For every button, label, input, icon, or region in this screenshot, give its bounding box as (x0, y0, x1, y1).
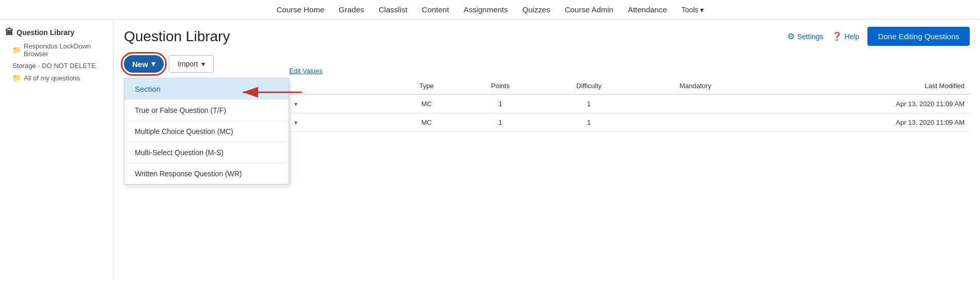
row2-mandatory (638, 113, 753, 132)
page-title: Question Library (124, 28, 230, 45)
dropdown-section-label: Section (135, 85, 161, 93)
row2-difficulty: 1 (540, 113, 638, 132)
nav-grades[interactable]: Grades (339, 5, 364, 14)
import-button[interactable]: Import ▾ (169, 55, 214, 73)
nav-quizzes[interactable]: Quizzes (523, 5, 550, 14)
settings-link[interactable]: ⚙ Settings (787, 31, 824, 41)
gear-icon: ⚙ (787, 31, 795, 41)
row1-mandatory (638, 94, 753, 113)
library-icon: 🏛 (5, 28, 13, 37)
content-area: Question Library ⚙ Settings ❓ Help Done … (114, 20, 980, 279)
row2-points: 1 (461, 113, 540, 132)
nav-course-home[interactable]: Course Home (276, 5, 324, 14)
new-dropdown-container: New ▾ Section True or False Question (T/… (124, 55, 164, 73)
settings-label: Settings (797, 32, 824, 41)
table-area: Edit Values Type Points Difficulty Manda… (279, 66, 980, 132)
dropdown-true-false-label: True or False Question (T/F) (135, 106, 226, 114)
dropdown-item-true-false[interactable]: True or False Question (T/F) (124, 100, 289, 121)
nav-course-admin[interactable]: Course Admin (565, 5, 613, 14)
row2-last-modified: Apr 13, 2020 11:09 AM (753, 113, 970, 132)
nav-assignments[interactable]: Assignments (464, 5, 508, 14)
dropdown-item-written-response[interactable]: Written Response Question (WR) (124, 163, 289, 184)
nav-tools[interactable]: Tools ▾ (682, 6, 704, 14)
dropdown-mc-label: Multiple Choice Question (MC) (135, 127, 233, 136)
col-header-difficulty: Difficulty (540, 78, 638, 94)
col-header-last-modified: Last Modified (753, 78, 970, 94)
help-icon: ❓ (832, 31, 842, 41)
sidebar: 🏛 Question Library 📁 Respondus LockDown … (0, 20, 114, 279)
dropdown-item-mc[interactable]: Multiple Choice Question (MC) (124, 121, 289, 142)
nav-content[interactable]: Content (422, 5, 449, 14)
sidebar-item-all-questions[interactable]: 📁 All of my questions (0, 72, 113, 84)
folder-icon-all-questions: 📁 (12, 74, 21, 82)
sidebar-respondus-label: Respondus LockDown Browser (24, 42, 108, 58)
table-row: ▾ MC 1 1 Apr 13, 2020 11:09 AM (289, 113, 970, 132)
nav-tools-label: Tools (682, 6, 699, 14)
done-editing-button[interactable]: Done Editing Questions (867, 27, 970, 46)
sidebar-storage-label: Storage - DO NOT DELETE (12, 62, 96, 70)
row2-chevron-icon: ▾ (294, 119, 297, 126)
new-button[interactable]: New ▾ (124, 55, 164, 73)
import-button-label: Import (178, 60, 198, 68)
row1-last-modified: Apr 13, 2020 11:09 AM (753, 94, 970, 113)
row1-chevron-icon: ▾ (294, 101, 297, 108)
col-header-points: Points (461, 78, 540, 94)
help-link[interactable]: ❓ Help (832, 31, 860, 41)
row1-expand[interactable]: ▾ (289, 94, 392, 113)
col-header-mandatory: Mandatory (638, 78, 753, 94)
data-table: Type Points Difficulty Mandatory Last Mo… (289, 78, 970, 132)
import-chevron-icon: ▾ (201, 60, 205, 68)
new-button-label: New (132, 60, 148, 69)
help-label: Help (845, 32, 860, 41)
tools-chevron-icon: ▾ (700, 6, 704, 14)
table-header-row: Type Points Difficulty Mandatory Last Mo… (289, 78, 970, 94)
row1-type: MC (392, 94, 461, 113)
edit-values-link[interactable]: Edit Values (289, 67, 323, 75)
row2-type: MC (392, 113, 461, 132)
table-row: ▾ MC 1 1 Apr 13, 2020 11:09 AM (289, 94, 970, 113)
dropdown-multi-select-label: Multi-Select Question (M-S) (135, 148, 224, 157)
dropdown-item-multi-select[interactable]: Multi-Select Question (M-S) (124, 142, 289, 163)
folder-icon-respondus: 📁 (12, 46, 21, 54)
row2-expand[interactable]: ▾ (289, 113, 392, 132)
sidebar-header: 🏛 Question Library (0, 25, 113, 40)
nav-attendance[interactable]: Attendance (628, 5, 667, 14)
new-dropdown-menu: Section True or False Question (T/F) Mul… (124, 78, 289, 185)
dropdown-written-response-label: Written Response Question (WR) (135, 170, 242, 178)
col-header-empty (289, 78, 392, 94)
sidebar-title: Question Library (17, 28, 74, 37)
nav-classlist[interactable]: Classlist (378, 5, 407, 14)
top-navigation: Course Home Grades Classlist Content Ass… (0, 0, 980, 20)
header-actions: ⚙ Settings ❓ Help Done Editing Questions (787, 27, 970, 46)
row1-points: 1 (461, 94, 540, 113)
col-header-type: Type (392, 78, 461, 94)
content-header: Question Library ⚙ Settings ❓ Help Done … (114, 20, 980, 51)
sidebar-item-storage: Storage - DO NOT DELETE (0, 60, 113, 72)
sidebar-all-questions-label: All of my questions (24, 74, 80, 82)
edit-values-label: Edit Values (289, 67, 323, 75)
row1-difficulty: 1 (540, 94, 638, 113)
main-layout: 🏛 Question Library 📁 Respondus LockDown … (0, 20, 980, 279)
dropdown-item-section[interactable]: Section (124, 78, 289, 100)
sidebar-item-respondus[interactable]: 📁 Respondus LockDown Browser (0, 40, 113, 60)
new-chevron-icon: ▾ (151, 59, 155, 69)
